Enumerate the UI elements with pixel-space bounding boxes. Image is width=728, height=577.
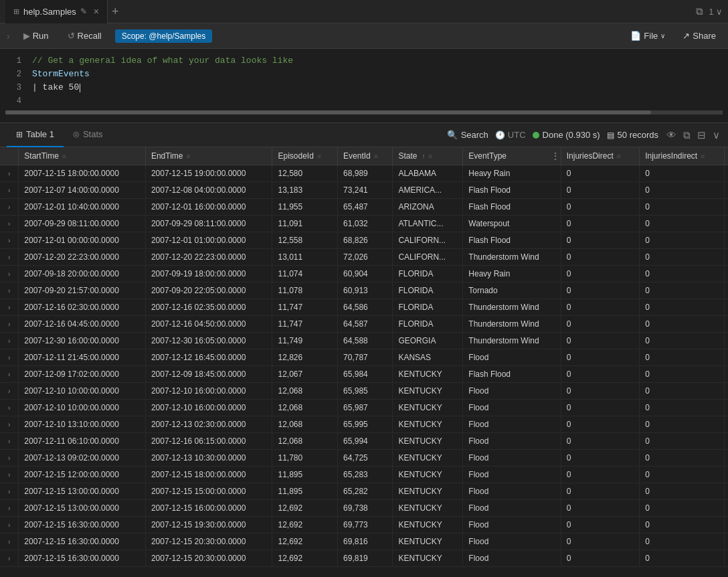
tab-close-button[interactable]: ×: [94, 6, 99, 17]
expand-row-button[interactable]: ›: [5, 371, 13, 378]
row-expand-cell: ›: [0, 216, 19, 232]
expand-row-button[interactable]: ›: [5, 237, 13, 244]
editor-line-2: 2 StormEvents: [0, 68, 728, 81]
editor-scrollbar[interactable]: [5, 110, 723, 114]
cell-injuriesindirect: 0: [640, 349, 725, 366]
cell-endtime: 2007-12-15 16:00:00.0000: [145, 500, 272, 517]
col-menu-eventtype[interactable]: ⋮: [551, 151, 559, 161]
expand-row-button[interactable]: ›: [5, 438, 13, 445]
search-button[interactable]: 🔍 Search: [447, 130, 488, 140]
recall-button[interactable]: ↺ Recall: [62, 28, 107, 44]
cell-endtime: 2007-12-15 20:30:00.0000: [145, 550, 272, 567]
tab-edit-icon[interactable]: ✎: [80, 7, 87, 16]
expand-row-button[interactable]: ›: [5, 337, 13, 345]
code-comment-1: // Get a general idea of what your data …: [32, 54, 293, 68]
nav-forward[interactable]: ›: [7, 31, 10, 42]
cell-episodeid: 12,692: [272, 517, 338, 533]
cell-endtime: 2007-12-13 10:30:00.0000: [145, 450, 272, 467]
instance-count[interactable]: 1 ∨: [709, 7, 723, 17]
expand-row-button[interactable]: ›: [5, 538, 13, 546]
expand-results-button[interactable]: ∨: [711, 128, 721, 143]
expand-row-button[interactable]: ›: [5, 555, 13, 562]
cell-deathsdirect: 0: [725, 282, 728, 299]
col-header-injuriesindirect[interactable]: InjuriesIndirect ≡: [640, 147, 725, 165]
expand-row-button[interactable]: ›: [5, 270, 13, 278]
cell-state: KENTUCKY: [393, 517, 463, 533]
col-header-eventid[interactable]: EventId ≡: [338, 147, 393, 165]
col-header-injuriesdirect[interactable]: InjuriesDirect ≡: [561, 147, 639, 165]
expand-row-button[interactable]: ›: [5, 170, 13, 177]
expand-row-button[interactable]: ›: [5, 521, 13, 529]
col-header-deathsdirect[interactable]: DeathsDirect ≡: [725, 147, 728, 165]
cell-eventid: 61,032: [338, 216, 393, 232]
col-header-state[interactable]: State ↑ ≡: [393, 147, 463, 165]
share-button[interactable]: ↗ Share: [677, 28, 721, 44]
cell-state: KENTUCKY: [393, 366, 463, 383]
expand-row-button[interactable]: ›: [5, 254, 13, 261]
cell-injuriesindirect: 0: [640, 266, 725, 282]
cell-state: KENTUCKY: [393, 433, 463, 450]
expand-row-button[interactable]: ›: [5, 388, 13, 395]
expand-row-button[interactable]: ›: [5, 354, 13, 361]
expand-row-button[interactable]: ›: [5, 421, 13, 428]
active-tab[interactable]: ⊞ help.Samples ✎ ×: [5, 0, 108, 23]
row-expand-cell: ›: [0, 165, 19, 182]
col-header-endtime[interactable]: EndTime ≡: [145, 147, 272, 165]
expand-row-button[interactable]: ›: [5, 203, 13, 211]
results-table-wrapper[interactable]: StartTime ≡ EndTime ≡ EpisodeId ≡ EventI…: [0, 147, 728, 577]
cell-starttime: 2007-12-15 12:00:00.0000: [19, 467, 146, 483]
sort-asc-icon: ↑: [422, 153, 425, 160]
expand-row-button[interactable]: ›: [5, 488, 13, 495]
cell-starttime: 2007-12-09 17:02:00.0000: [19, 366, 146, 383]
cell-state: KENTUCKY: [393, 450, 463, 467]
run-label: Run: [33, 31, 49, 41]
cell-episodeid: 13,183: [272, 182, 338, 199]
recall-icon: ↺: [68, 31, 75, 41]
expand-row-button[interactable]: ›: [5, 220, 13, 228]
line-number-4: 4: [5, 94, 21, 108]
cell-starttime: 2007-12-13 09:02:00.0000: [19, 450, 146, 467]
layout-button[interactable]: ⊟: [696, 128, 707, 143]
scope-badge[interactable]: Scope: @help/Samples: [115, 29, 213, 43]
expand-row-button[interactable]: ›: [5, 304, 13, 311]
editor-line-3: 3 | take 50: [0, 81, 728, 94]
expand-row-button[interactable]: ›: [5, 321, 13, 328]
col-header-starttime[interactable]: StartTime ≡: [19, 147, 146, 165]
run-button[interactable]: ▶ Run: [18, 28, 54, 44]
cell-starttime: 2007-12-15 16:30:00.0000: [19, 517, 146, 533]
expand-row-button[interactable]: ›: [5, 404, 13, 412]
code-editor[interactable]: 1 // Get a general idea of what your dat…: [0, 49, 728, 123]
expand-row-button[interactable]: ›: [5, 505, 13, 512]
table-header-row: StartTime ≡ EndTime ≡ EpisodeId ≡ EventI…: [0, 147, 728, 165]
code-pipe-3: | take 50: [32, 81, 79, 94]
toolbar: › ▶ Run ↺ Recall Scope: @help/Samples 📄 …: [0, 23, 728, 49]
col-header-episodeid[interactable]: EpisodeId ≡: [272, 147, 338, 165]
code-identifier-2: StormEvents: [32, 68, 90, 81]
cell-state: KENTUCKY: [393, 467, 463, 483]
copy-results-button[interactable]: ⧉: [682, 128, 692, 143]
expand-row-button[interactable]: ›: [5, 455, 13, 462]
col-header-eventtype[interactable]: EventType ⋮: [463, 147, 561, 165]
utc-label: UTC: [508, 130, 526, 140]
cell-deathsdirect: 0: [725, 249, 728, 266]
expand-row-button[interactable]: ›: [5, 187, 13, 194]
cell-injuriesdirect: 0: [561, 366, 639, 383]
new-tab-button[interactable]: +: [112, 5, 119, 19]
done-dot: [533, 132, 539, 139]
cell-episodeid: 12,068: [272, 400, 338, 416]
cell-injuriesindirect: 0: [640, 400, 725, 416]
cell-endtime: 2007-12-15 20:30:00.0000: [145, 533, 272, 550]
cell-injuriesdirect: 0: [561, 550, 639, 567]
tab-stats[interactable]: ◎ Stats: [64, 123, 112, 147]
expand-row-button[interactable]: ›: [5, 287, 13, 295]
col-menu-starttime: ≡: [62, 153, 66, 160]
utc-button[interactable]: 🕐 UTC: [495, 130, 526, 140]
expand-row-button[interactable]: ›: [5, 471, 13, 479]
eye-button[interactable]: 👁: [665, 128, 678, 143]
tab-table[interactable]: ⊞ Table 1: [7, 123, 64, 147]
cell-injuriesdirect: 0: [561, 467, 639, 483]
cell-endtime: 2007-12-15 19:00:00.0000: [145, 165, 272, 182]
file-button[interactable]: 📄 File ∨: [625, 28, 670, 44]
copy-icon[interactable]: ⧉: [696, 5, 703, 17]
share-icon: ↗: [682, 31, 690, 41]
